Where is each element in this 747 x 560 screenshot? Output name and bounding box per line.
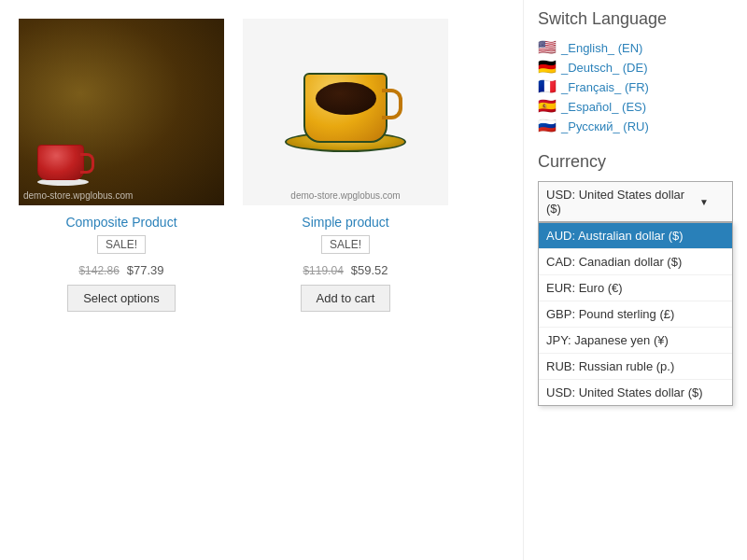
products-grid: demo-store.wpglobus.com Composite Produc…	[19, 19, 504, 312]
sale-badge-2: SALE!	[321, 235, 370, 254]
yellow-cup	[285, 73, 406, 152]
dropdown-arrow-icon: ▼	[699, 197, 709, 207]
currency-section: Currency USD: United States dollar ($) ▼…	[538, 152, 733, 222]
product-card-2: demo-store.wpglobus.com Simple product S…	[243, 19, 448, 312]
language-item-ru[interactable]: 🇷🇺 _Русский_ (RU)	[538, 119, 733, 133]
product-image-1: demo-store.wpglobus.com	[19, 19, 224, 205]
price-new-1: $77.39	[127, 263, 164, 277]
watermark-1: demo-store.wpglobus.com	[23, 190, 133, 201]
select-options-button[interactable]: Select options	[67, 285, 176, 312]
language-link-de[interactable]: _Deutsch_ (DE)	[561, 61, 647, 75]
flag-fr: 🇫🇷	[538, 79, 557, 94]
price-old-2: $119.04	[303, 264, 343, 277]
currency-option-cad[interactable]: CAD: Canadian dollar ($)	[539, 249, 732, 275]
product-card-1: demo-store.wpglobus.com Composite Produc…	[19, 19, 224, 312]
main-content: demo-store.wpglobus.com Composite Produc…	[0, 0, 523, 560]
product-title-1: Composite Product	[65, 215, 176, 230]
price-new-2: $59.52	[351, 263, 388, 277]
add-to-cart-button[interactable]: Add to cart	[301, 285, 391, 312]
language-list: 🇺🇸 _English_ (EN) 🇩🇪 _Deutsch_ (DE) 🇫🇷 _…	[538, 40, 733, 133]
sidebar: Switch Language 🇺🇸 _English_ (EN) 🇩🇪 _De…	[523, 0, 747, 560]
flag-ru: 🇷🇺	[538, 119, 557, 133]
currency-option-eur[interactable]: EUR: Euro (€)	[539, 275, 732, 301]
language-link-ru[interactable]: _Русский_ (RU)	[561, 119, 649, 133]
currency-select-button[interactable]: USD: United States dollar ($) ▼	[538, 181, 733, 222]
currency-title: Currency	[538, 152, 733, 172]
currency-select-wrapper: USD: United States dollar ($) ▼ AUD: Aus…	[538, 181, 733, 222]
currency-dropdown: AUD: Australian dollar ($) CAD: Canadian…	[538, 222, 733, 406]
flag-de: 🇩🇪	[538, 60, 557, 75]
price-row-1: $142.86 $77.39	[78, 263, 163, 277]
language-link-es[interactable]: _Español_ (ES)	[561, 100, 646, 114]
sale-badge-1: SALE!	[97, 235, 146, 254]
currency-selected-label: USD: United States dollar ($)	[546, 188, 699, 216]
currency-option-usd[interactable]: USD: United States dollar ($)	[539, 380, 732, 405]
product-title-2: Simple product	[302, 215, 388, 230]
price-old-1: $142.86	[78, 264, 119, 277]
language-link-fr[interactable]: _Français_ (FR)	[561, 80, 649, 94]
switch-language-title: Switch Language	[538, 9, 733, 29]
language-item-en[interactable]: 🇺🇸 _English_ (EN)	[538, 40, 733, 55]
language-item-es[interactable]: 🇪🇸 _Español_ (ES)	[538, 99, 733, 114]
flag-en: 🇺🇸	[538, 40, 557, 55]
product-image-2: demo-store.wpglobus.com	[243, 19, 448, 205]
currency-option-aud[interactable]: AUD: Australian dollar ($)	[539, 223, 732, 249]
red-cup	[37, 145, 89, 187]
watermark-2: demo-store.wpglobus.com	[290, 190, 400, 201]
currency-option-gbp[interactable]: GBP: Pound sterling (£)	[539, 301, 732, 328]
language-link-en[interactable]: _English_ (EN)	[561, 41, 642, 55]
price-row-2: $119.04 $59.52	[303, 263, 388, 277]
currency-option-rub[interactable]: RUB: Russian ruble (р.)	[539, 354, 732, 380]
language-item-de[interactable]: 🇩🇪 _Deutsch_ (DE)	[538, 60, 733, 75]
language-item-fr[interactable]: 🇫🇷 _Français_ (FR)	[538, 79, 733, 94]
flag-es: 🇪🇸	[538, 99, 557, 114]
currency-option-jpy[interactable]: JPY: Japanese yen (¥)	[539, 328, 732, 354]
